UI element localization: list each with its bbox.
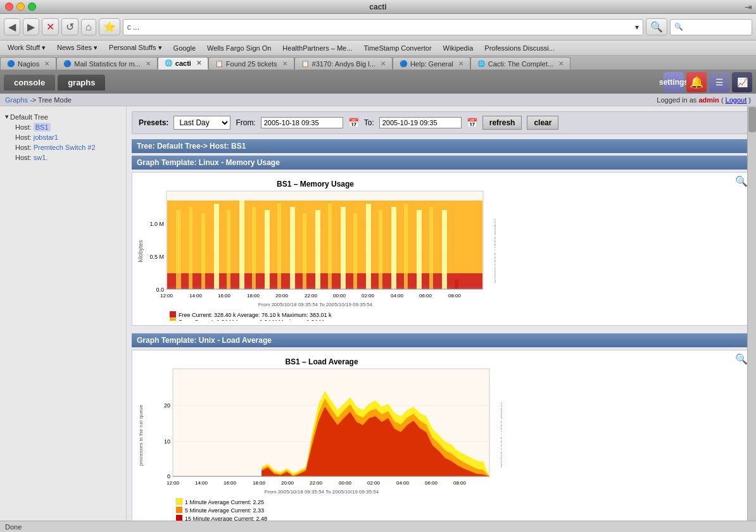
close-button[interactable] — [5, 3, 13, 11]
clear-button[interactable]: clear — [527, 116, 558, 130]
logged-in-paren-open: ( — [721, 96, 724, 104]
tab-3170-close[interactable]: ✕ — [381, 60, 386, 67]
svg-text:06:00: 06:00 — [419, 293, 432, 299]
settings-button[interactable]: settings — [664, 72, 684, 92]
tab-mail-close[interactable]: ✕ — [146, 60, 151, 67]
tab-cacti-close[interactable]: ✕ — [196, 59, 201, 66]
from-date-input[interactable] — [261, 117, 343, 128]
breadcrumb-bar: Graphs -> Tree Mode Logged in as admin (… — [0, 94, 756, 106]
from-label: From: — [236, 118, 255, 127]
svg-text:04:00: 04:00 — [396, 480, 410, 486]
bookmark-personal-stuffs[interactable]: Personal Stuffs — [104, 42, 167, 53]
reload-button[interactable]: ↺ — [61, 18, 79, 35]
host-jobstar1[interactable]: Host: jobstar1 — [3, 132, 123, 142]
svg-text:00:00: 00:00 — [339, 480, 352, 486]
bookmark-wikipedia[interactable]: Wikipedia — [438, 43, 479, 53]
tab-mail-stats[interactable]: 🔵 Mail Statistics for m... ✕ — [56, 57, 158, 70]
tab-help-close[interactable]: ✕ — [458, 60, 463, 67]
url-dropdown-icon[interactable]: ▾ — [635, 23, 639, 32]
host-jobstar1-label: Host: — [15, 133, 34, 141]
search-go-button[interactable]: 🔍 — [646, 18, 667, 35]
settings-label: settings — [659, 78, 688, 87]
host-sw1-link[interactable]: sw1. — [34, 154, 48, 161]
default-tree-item[interactable]: ▾ Default Tree — [3, 111, 123, 122]
svg-rect-18 — [239, 201, 244, 289]
resize-handle[interactable]: ⇥ — [745, 2, 752, 12]
from-calendar-icon[interactable]: 📅 — [348, 118, 359, 128]
tab-nagios[interactable]: 🔵 Nagios ✕ — [0, 57, 56, 70]
back-button[interactable]: ◀ — [4, 18, 20, 35]
to-date-input[interactable] — [379, 117, 462, 128]
tab-help[interactable]: 🔵 Help: General ✕ — [393, 57, 470, 70]
svg-text:BS1 – Memory Usage: BS1 – Memory Usage — [277, 180, 354, 189]
svg-text:16:00: 16:00 — [224, 480, 237, 486]
svg-rect-80 — [176, 498, 182, 505]
notification-button[interactable]: 🔔 — [686, 72, 707, 92]
graph-load-zoom[interactable]: 🔍 — [735, 353, 748, 365]
tab-cacti-complete[interactable]: 🌐 Cacti: The Complet... ✕ — [470, 57, 570, 70]
svg-rect-19 — [252, 207, 256, 289]
logged-in-text: Logged in as — [657, 96, 698, 104]
preset-select[interactable]: Last Day Last Hour Last Week Last Month — [173, 116, 230, 130]
bookmark-button[interactable]: ⭐ — [99, 18, 120, 35]
forward-button[interactable]: ▶ — [23, 18, 39, 35]
svg-rect-26 — [341, 207, 346, 289]
tab-cacti2-close[interactable]: ✕ — [558, 60, 564, 67]
stop-button[interactable]: ✕ — [42, 18, 59, 35]
chart-button[interactable]: 📈 — [732, 72, 752, 92]
tab-nagios-icon: 🔵 — [7, 60, 15, 67]
refresh-button[interactable]: refresh — [482, 116, 522, 130]
graphs-tab[interactable]: graphs — [58, 75, 105, 90]
tab-tickets-close[interactable]: ✕ — [282, 60, 287, 67]
tab-found-tickets[interactable]: 📋 Found 25 tickets ✕ — [208, 57, 294, 70]
tree-expand-icon: ▾ — [5, 113, 9, 121]
svg-text:08:00: 08:00 — [453, 480, 467, 486]
minimize-button[interactable] — [16, 3, 25, 11]
bookmark-healthpartners[interactable]: HealthPartners – Me... — [277, 43, 357, 53]
host-jobstar1-link[interactable]: jobstar1 — [34, 133, 58, 141]
tab-help-label: Help: General — [410, 60, 453, 68]
to-calendar-icon[interactable]: 📅 — [467, 118, 477, 128]
status-text: Done — [5, 523, 22, 531]
host-sw1[interactable]: Host: sw1. — [3, 152, 123, 163]
logged-in-paren-close: ) — [748, 96, 751, 104]
svg-rect-51 — [170, 318, 176, 321]
main-layout: ▾ Default Tree Host: BS1 Host: jobstar1 … — [0, 106, 756, 521]
host-premtech-link[interactable]: Premtech Switch #2 — [34, 144, 96, 151]
tab-tickets-icon: 📋 — [215, 60, 223, 67]
bookmark-wells-fargo[interactable]: Wells Fargo Sign On — [202, 43, 276, 53]
scrollbar[interactable] — [747, 106, 756, 521]
scrollbar-thumb[interactable] — [748, 107, 756, 132]
search-bar[interactable]: 🔍 — [670, 19, 752, 35]
bookmark-google[interactable]: Google — [168, 43, 201, 53]
titlebar-buttons — [5, 3, 36, 11]
host-bs1-link[interactable]: BS1 — [34, 123, 51, 132]
host-premtech[interactable]: Host: Premtech Switch #2 — [3, 142, 123, 152]
svg-text:15 Minute Average  Current:   : 15 Minute Average Current: 2.48 — [185, 516, 267, 521]
tab-nagios-close[interactable]: ✕ — [44, 60, 49, 67]
url-bar[interactable]: c ... ▾ — [123, 19, 643, 35]
home-button[interactable]: ⌂ — [81, 19, 96, 35]
bookmark-news-sites[interactable]: News Sites — [52, 42, 103, 53]
presets-label: Presets: — [139, 118, 168, 127]
breadcrumb-graphs-link[interactable]: Graphs — [5, 96, 28, 104]
breadcrumb: Graphs -> Tree Mode — [5, 96, 72, 104]
list-button[interactable]: ☰ — [709, 72, 729, 92]
bookmarks-bar: Work Stuff News Sites Personal Stuffs Go… — [0, 40, 756, 56]
tab-3170[interactable]: 📋 #3170: Andys Big l... ✕ — [294, 57, 393, 70]
tree-header-text: Tree: Default Tree-> Host: BS1 — [137, 142, 246, 151]
tab-cacti[interactable]: 🌐 cacti ✕ — [158, 57, 208, 70]
host-bs1[interactable]: Host: BS1 — [3, 122, 123, 132]
console-tab[interactable]: console — [4, 75, 55, 90]
tab-3170-label: #3170: Andys Big l... — [312, 60, 375, 68]
url-text: c ... — [127, 23, 635, 32]
notification-icon: 🔔 — [690, 75, 703, 89]
svg-rect-35 — [455, 280, 458, 289]
bookmark-timestamp[interactable]: TimeStamp Convertor — [358, 43, 436, 53]
bookmark-work-stuff[interactable]: Work Stuff — [3, 42, 51, 53]
logout-link[interactable]: Logout — [726, 96, 747, 104]
maximize-button[interactable] — [28, 3, 36, 11]
console-tab-label: console — [14, 78, 45, 87]
bookmark-professions[interactable]: Professions Discussi... — [479, 43, 560, 53]
graph-memory-zoom[interactable]: 🔍 — [735, 175, 748, 187]
